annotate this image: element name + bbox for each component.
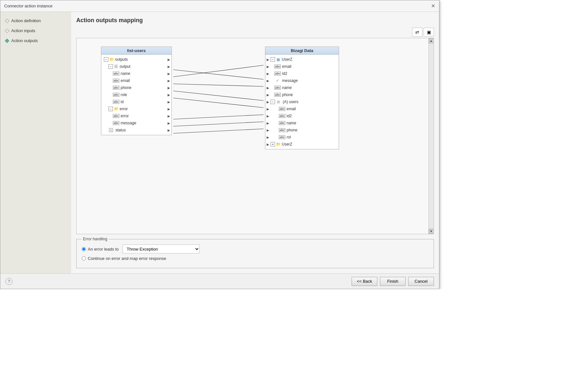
tree-item-label: email: [287, 107, 296, 111]
error-row-1: An error leads to Throw Exception Contin…: [82, 244, 428, 253]
tree-item-label: message: [121, 121, 136, 125]
abc-icon: abc: [280, 135, 285, 140]
arrow-left-icon: ▶: [267, 72, 269, 75]
throw-exception-dropdown[interactable]: Throw Exception Continue: [123, 244, 200, 253]
arrow-right-icon: ▶: [168, 86, 170, 90]
sidebar: Action definition Action inputs Action o…: [0, 12, 71, 273]
sidebar-item-action-inputs[interactable]: Action inputs: [5, 28, 66, 33]
mapping-canvas-scroll[interactable]: list-users − 📁 outputs ▶: [77, 38, 428, 234]
abc-icon: abc: [114, 99, 119, 104]
arrow-right-icon: ▶: [168, 128, 170, 132]
arrow-left-icon: ▶: [267, 136, 269, 139]
titlebar: Connector action instance ✕: [0, 0, 439, 12]
close-button[interactable]: ✕: [431, 4, 435, 9]
expand-icon[interactable]: −: [108, 64, 113, 69]
array-icon: ⊞: [276, 99, 281, 104]
expand-icon[interactable]: +: [271, 142, 275, 146]
radio-2-label[interactable]: Continue on error and map error response: [82, 256, 166, 261]
scroll-up-button[interactable]: ▲: [429, 38, 434, 43]
table-icon: ▦: [276, 57, 281, 62]
arrow-right-icon: ▶: [168, 58, 170, 61]
sidebar-item-label: Action definition: [11, 18, 41, 23]
svg-line-6: [173, 122, 263, 126]
expand-icon[interactable]: −: [271, 57, 275, 62]
abc-icon: abc: [114, 113, 119, 119]
svg-line-3: [173, 91, 263, 101]
svg-line-5: [173, 115, 263, 119]
radio-2-input[interactable]: [82, 256, 86, 261]
abc-icon: abc: [280, 128, 285, 133]
help-button[interactable]: ?: [5, 278, 13, 285]
tree-item-label: phone: [121, 85, 131, 90]
sidebar-diamond-active-icon: [5, 38, 9, 43]
radio-1-label[interactable]: An error leads to: [82, 247, 119, 252]
tree-item-label: rol: [287, 135, 291, 139]
radio-1-input[interactable]: [82, 247, 86, 251]
arrow-left-icon: ▶: [267, 58, 269, 61]
tree-item-label: message: [282, 78, 298, 83]
svg-line-0: [173, 70, 263, 79]
finish-button[interactable]: Finish: [380, 277, 406, 286]
arrow-right-icon: ▶: [168, 100, 170, 104]
abc-icon: abc: [280, 120, 285, 126]
right-tree-panel: Bizagi Data ▶ − ▦ UserZ: [265, 47, 339, 149]
arrow-left-icon: ▶: [267, 128, 269, 132]
tree-item: abc email ▶: [101, 77, 171, 84]
arrow-left-icon: ▶: [267, 121, 269, 125]
folder-icon: 📁: [276, 142, 281, 147]
tree-item-label: role: [121, 93, 127, 97]
mapping-area: list-users − 📁 outputs ▶: [76, 38, 434, 234]
svg-line-2: [173, 84, 263, 86]
tree-item-label: output: [120, 64, 130, 69]
tree-item: ▶ − ⊞ (A) users: [265, 98, 339, 105]
cancel-button[interactable]: Cancel: [408, 277, 434, 286]
abc-icon: abc: [114, 71, 119, 76]
svg-line-7: [173, 129, 263, 133]
tree-item: abc error ▶: [101, 112, 171, 120]
arrow-left-icon: ▶: [267, 143, 269, 146]
arrow-left-icon: ▶: [267, 93, 269, 97]
tree-item-label: UserZ: [282, 57, 292, 62]
tree-item-label: phone: [282, 93, 293, 97]
abc-icon: abc: [114, 85, 119, 90]
vertical-scrollbar[interactable]: ▲ ▼: [428, 38, 434, 234]
arrow-left-icon: ▶: [267, 79, 269, 83]
sidebar-item-action-definition[interactable]: Action definition: [5, 18, 66, 23]
sidebar-item-action-outputs[interactable]: Action outputs: [5, 38, 66, 43]
tree-item: − 📁 outputs ▶: [101, 56, 171, 63]
scroll-down-button[interactable]: ▼: [429, 229, 434, 234]
tree-item-label: status: [115, 128, 126, 132]
folder-icon: 📁: [114, 106, 119, 111]
abc-icon: abc: [275, 64, 280, 69]
expand-icon[interactable]: −: [104, 57, 108, 62]
tree-item: abc phone ▶: [101, 84, 171, 91]
scroll-track[interactable]: [429, 43, 434, 229]
right-panel-header: Bizagi Data: [265, 47, 339, 55]
tree-item: ▶ abc phone: [265, 91, 339, 98]
tree-item: ▶ abc name: [265, 84, 339, 91]
left-panel-body: − 📁 outputs ▶ − ⛓ out: [101, 55, 171, 135]
back-button[interactable]: << Back: [352, 277, 377, 286]
arrow-right-icon: ▶: [168, 79, 170, 83]
abc-icon: abc: [275, 92, 280, 97]
error-handling-legend: Error handling: [82, 237, 108, 241]
tree-item: − ⛓ output ▶: [101, 63, 171, 70]
arrow-left-icon: ▶: [267, 107, 269, 111]
abc-icon: abc: [114, 92, 119, 97]
arrow-left-icon: ▶: [267, 114, 269, 118]
tree-item: ▶ abc rol: [265, 134, 339, 141]
arrow-left-icon: ▶: [267, 86, 269, 90]
tree-item: 1 status ▶: [101, 127, 171, 134]
map-icon-button[interactable]: ⇄: [412, 28, 422, 37]
arrow-left-icon: ▶: [267, 65, 269, 68]
expand-icon[interactable]: −: [108, 107, 113, 111]
grid-icon-button[interactable]: ▣: [424, 28, 434, 37]
check-icon: ✓: [275, 78, 280, 83]
tree-item: − 📁 error ▶: [101, 105, 171, 112]
tree-item: ▶ − ▦ UserZ: [265, 56, 339, 63]
tree-item-label: (A) users: [283, 100, 299, 104]
svg-line-1: [173, 65, 263, 77]
dropdown-wrap: Throw Exception Continue: [123, 244, 200, 253]
tree-item: abc role ▶: [101, 91, 171, 98]
expand-icon[interactable]: −: [271, 100, 275, 104]
